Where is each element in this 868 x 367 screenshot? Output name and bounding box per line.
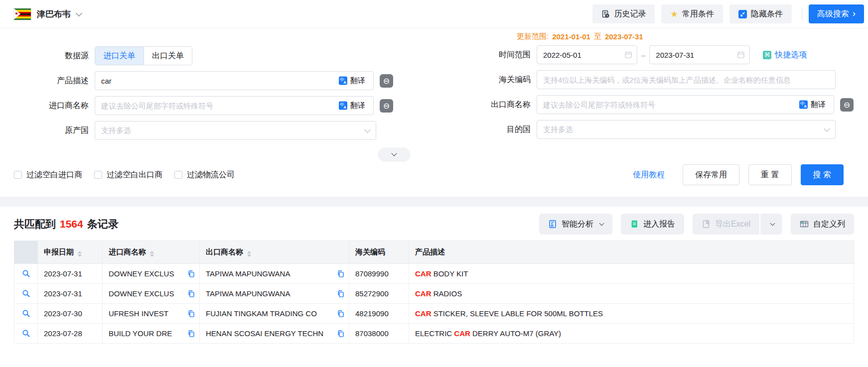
- smart-analysis-button[interactable]: 智能分析: [539, 214, 612, 235]
- declare-date-cell: 2023-07-28: [38, 324, 103, 344]
- dest-country-row: 目的国 支持多选: [491, 120, 854, 139]
- exporter-cell: FUJIAN TINGKAM TRADING CO: [200, 304, 349, 324]
- results-table-body: 2023-07-31 DOWNEY EXCLUS TAPIWA MAPUNGWA…: [14, 264, 854, 344]
- hide-conditions-button[interactable]: 隐藏条件: [729, 4, 792, 23]
- sort-icon[interactable]: [247, 251, 251, 257]
- copy-importer-button[interactable]: [187, 270, 195, 277]
- command-icon: ⌘: [763, 51, 771, 59]
- analysis-icon: [548, 220, 557, 229]
- export-excel-button[interactable]: 导出Excel: [693, 214, 759, 235]
- view-detail-button[interactable]: [22, 329, 30, 338]
- importer-label: 进口商名称: [14, 101, 89, 111]
- keyword-highlight: CAR: [415, 269, 432, 278]
- search-form: 数据源 进口关单 出口关单 产品描述 中A 翻译 ⊖ 进口商名称: [0, 28, 868, 186]
- translate-product-button[interactable]: 中A 翻译: [336, 76, 368, 86]
- origin-country-select[interactable]: 支持多选: [95, 121, 376, 140]
- importer-name: BUILD YOUR DRE: [109, 329, 172, 338]
- chevron-down-icon: [770, 221, 775, 226]
- history-button[interactable]: 历史记录: [592, 4, 655, 23]
- header-importer: 进口商名称: [103, 241, 200, 264]
- copy-exporter-button[interactable]: [337, 310, 344, 317]
- hs-code-input[interactable]: [537, 70, 836, 89]
- data-source-row: 数据源 进口关单 出口关单: [14, 46, 393, 65]
- favorites-label: 常用条件: [682, 9, 714, 19]
- declare-date-cell: 2023-07-31: [38, 264, 103, 284]
- copy-exporter-button[interactable]: [337, 290, 344, 297]
- filter-blank-importer-checkbox[interactable]: 过滤空白进口商: [14, 170, 82, 180]
- view-detail-button[interactable]: [22, 309, 30, 318]
- copy-icon: [187, 290, 195, 297]
- favorites-button[interactable]: ★ 常用条件: [661, 4, 723, 23]
- tab-export-declarations[interactable]: 出口关单: [144, 47, 192, 65]
- exclude-exporter-toggle[interactable]: ⊖: [840, 98, 854, 112]
- copy-importer-button[interactable]: [187, 330, 195, 337]
- hs-code-cell: 48219090: [349, 304, 409, 324]
- enter-report-button[interactable]: 进入报告: [621, 214, 684, 235]
- search-button[interactable]: 搜 索: [801, 164, 844, 185]
- advanced-search-button[interactable]: 高级搜索 ›: [809, 4, 864, 23]
- hs-code-label: 海关编码: [491, 75, 531, 85]
- product-desc-row: 产品描述 中A 翻译 ⊖: [14, 71, 393, 90]
- dest-country-label: 目的国: [491, 124, 531, 135]
- copy-exporter-button[interactable]: [337, 330, 344, 337]
- results-count-number: 1564: [60, 218, 83, 230]
- sort-icon[interactable]: [150, 251, 154, 257]
- translate-importer-button[interactable]: 中A 翻译: [336, 101, 368, 111]
- data-source-tabs: 进口关单 出口关单: [95, 46, 192, 65]
- exclude-importer-toggle[interactable]: ⊖: [380, 99, 393, 113]
- importer-cell: UFRESH INVEST: [103, 304, 200, 324]
- country-selector-label[interactable]: 津巴布韦: [37, 8, 71, 20]
- tutorial-link[interactable]: 使用教程: [633, 170, 665, 180]
- save-conditions-button[interactable]: 保存常用: [683, 164, 739, 185]
- update-range-label: 更新范围:: [517, 32, 549, 41]
- chevron-down-icon[interactable]: [76, 10, 82, 16]
- importer-name: DOWNEY EXCLUS: [109, 269, 174, 278]
- export-icon: [702, 220, 711, 229]
- copy-icon: [187, 310, 195, 317]
- custom-columns-label: 自定义列: [813, 219, 845, 230]
- copy-importer-button[interactable]: [187, 290, 195, 297]
- view-detail-button[interactable]: [22, 269, 30, 278]
- update-range: 更新范围: 2021-01-01 至 2023-07-31: [491, 31, 854, 41]
- copy-icon: [337, 290, 344, 297]
- dest-country-select[interactable]: 支持多选: [537, 120, 836, 139]
- product-desc-input[interactable]: [95, 71, 374, 90]
- keyword-highlight: CAR: [415, 289, 432, 298]
- smart-analysis-label: 智能分析: [562, 219, 593, 230]
- product-desc-cell: ELECTRIC CAR DERRY AUTO-M7 (GRAY): [409, 324, 854, 344]
- copy-importer-button[interactable]: [187, 310, 195, 317]
- detail-cell: [14, 324, 38, 344]
- filter-blank-exporter-checkbox[interactable]: 过滤空白出口商: [94, 170, 162, 180]
- date-to-input[interactable]: [649, 45, 750, 64]
- keyword-highlight: CAR: [454, 329, 470, 338]
- exporter-row: 出口商名称 中A 翻译 ⊖: [491, 95, 854, 114]
- collapse-form-button[interactable]: [379, 148, 410, 160]
- filter-blank-importer-label: 过滤空白进口商: [26, 170, 82, 180]
- copy-exporter-button[interactable]: [337, 270, 344, 277]
- section-divider: [0, 197, 868, 207]
- chevron-down-icon: [599, 221, 604, 226]
- range-separator: –: [641, 51, 645, 59]
- translate-exporter-button[interactable]: 中A 翻译: [796, 100, 829, 110]
- quick-options-label: 快捷选项: [775, 50, 807, 60]
- hs-code-cell: 87089990: [349, 264, 409, 284]
- sort-icon[interactable]: [78, 251, 82, 257]
- filter-logistics-checkbox[interactable]: 过滤物流公司: [174, 170, 235, 180]
- exporter-input[interactable]: [537, 95, 834, 114]
- reset-button[interactable]: 重 置: [748, 164, 791, 185]
- export-excel-dropdown[interactable]: [760, 214, 782, 235]
- view-detail-button[interactable]: [22, 289, 30, 298]
- star-icon: ★: [670, 10, 678, 18]
- hide-conditions-label: 隐藏条件: [751, 9, 783, 19]
- exclude-product-toggle[interactable]: ⊖: [380, 74, 393, 88]
- custom-columns-button[interactable]: 自定义列: [791, 214, 854, 235]
- date-from-input[interactable]: [537, 45, 637, 64]
- importer-input[interactable]: [95, 96, 374, 115]
- dest-country-placeholder: 支持多选: [543, 125, 825, 134]
- origin-country-placeholder: 支持多选: [101, 126, 365, 135]
- divider: [802, 8, 802, 20]
- tab-import-declarations[interactable]: 进口关单: [95, 47, 144, 65]
- quick-options-button[interactable]: ⌘ 快捷选项: [763, 50, 807, 60]
- update-range-to: 2023-07-31: [605, 32, 643, 41]
- exporter-name: TAPIWA MAPUNGWANA: [206, 289, 290, 298]
